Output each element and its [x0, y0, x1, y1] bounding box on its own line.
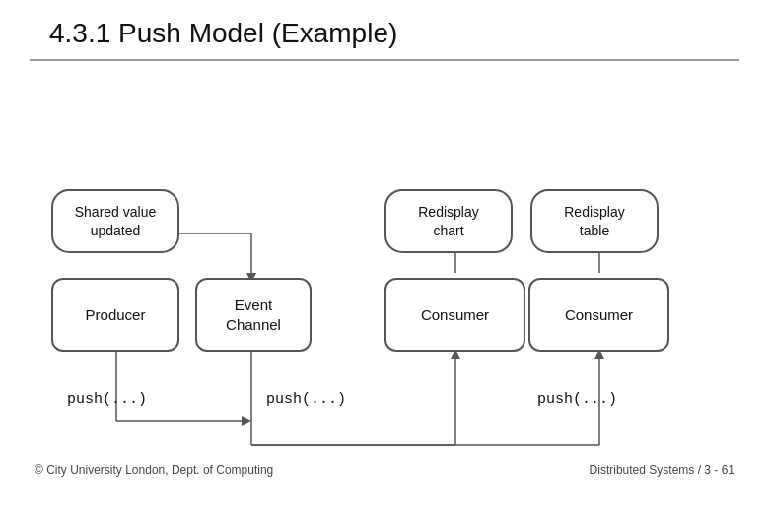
- footer-right: Distributed Systems / 3 - 61: [590, 463, 734, 477]
- page-title: 4.3.1 Push Model (Example): [0, 0, 769, 59]
- diagram-area: Shared value updated Redisplay chart Red…: [0, 61, 769, 485]
- push-label-2: push(...): [266, 391, 346, 408]
- redisplay-chart-box: Redisplay chart: [384, 189, 513, 253]
- redisplay-table-box: Redisplay table: [530, 189, 659, 253]
- push-label-3: push(...): [537, 391, 617, 408]
- consumer2-box: Consumer: [528, 278, 669, 352]
- consumer1-box: Consumer: [384, 278, 525, 352]
- footer: © City University London, Dept. of Compu…: [0, 463, 769, 477]
- event-channel-box: Event Channel: [195, 278, 312, 352]
- svg-marker-2: [242, 416, 251, 426]
- push-label-1: push(...): [67, 391, 147, 408]
- shared-value-box: Shared value updated: [51, 189, 179, 253]
- producer-box: Producer: [51, 278, 179, 352]
- footer-left: © City University London, Dept. of Compu…: [35, 463, 273, 477]
- arrows-svg: [0, 61, 769, 485]
